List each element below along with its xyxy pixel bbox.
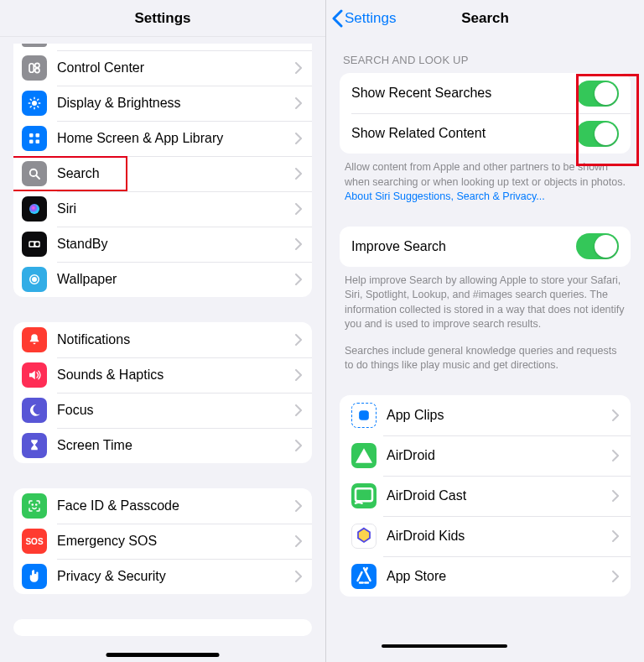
- svg-rect-17: [359, 410, 369, 420]
- airdroid-icon: [351, 443, 377, 468]
- link-siri-privacy[interactable]: About Siri Suggestions, Search & Privacy…: [345, 190, 545, 202]
- chevron-right-icon: [295, 203, 302, 215]
- row-label: Face ID & Passcode: [57, 498, 295, 513]
- settings-group-4-partial: [13, 619, 312, 636]
- app-label: AirDroid Cast: [387, 488, 612, 503]
- row-label: StandBy: [57, 237, 295, 252]
- appclips-icon: [351, 403, 377, 428]
- row-airdroid[interactable]: AirDroid: [340, 435, 631, 476]
- row-label: Display & Brightness: [57, 96, 295, 111]
- svg-point-1: [35, 63, 39, 67]
- chevron-right-icon: [612, 490, 619, 502]
- chevron-right-icon: [295, 133, 302, 144]
- chevron-right-icon: [295, 274, 302, 285]
- svg-point-9: [29, 204, 39, 214]
- toggle-label: Show Related Content: [351, 126, 576, 141]
- row-display-brightness[interactable]: Display & Brightness: [13, 86, 312, 121]
- svg-rect-18: [356, 488, 372, 501]
- search-title: Search: [461, 10, 509, 27]
- row-label: Wallpaper: [57, 272, 295, 287]
- chevron-right-icon: [295, 334, 302, 346]
- search-header: Settings Search: [326, 0, 644, 37]
- footer-search-lookup: Allow content from Apple and other partn…: [345, 160, 626, 205]
- row-control-center[interactable]: Control Center: [13, 50, 312, 86]
- back-label: Settings: [345, 10, 396, 27]
- chevron-right-icon: [295, 440, 302, 451]
- back-button[interactable]: Settings: [331, 0, 396, 37]
- row-focus[interactable]: Focus: [13, 393, 312, 428]
- row-sounds-haptics[interactable]: Sounds & Haptics: [13, 357, 312, 393]
- airdroidcast-icon: [351, 483, 377, 508]
- row-placeholder[interactable]: [13, 44, 312, 50]
- row-screen-time[interactable]: Screen Time: [13, 428, 312, 463]
- svg-point-15: [32, 504, 33, 505]
- chevron-right-icon: [295, 404, 302, 416]
- grid-icon: [22, 126, 47, 151]
- row-label: Search: [57, 166, 295, 181]
- svg-rect-5: [36, 133, 40, 138]
- toggle-show-related-content[interactable]: [576, 121, 619, 147]
- svg-point-3: [32, 101, 37, 106]
- chevron-right-icon: [295, 62, 302, 74]
- row-home-screen[interactable]: Home Screen & App Library: [13, 121, 312, 156]
- row-privacy-security[interactable]: Privacy & Security: [13, 559, 312, 594]
- chevron-right-icon: [295, 535, 302, 547]
- brightness-icon: [22, 91, 47, 116]
- app-label: App Clips: [387, 408, 612, 423]
- row-notifications[interactable]: Notifications: [13, 322, 312, 357]
- toggle-label: Improve Search: [351, 239, 576, 254]
- footer-text: Allow content from Apple and other partn…: [345, 161, 626, 188]
- row-faceid[interactable]: Face ID & Passcode: [13, 488, 312, 524]
- apps-group: App Clips AirDroid AirDroid Cast: [340, 395, 631, 597]
- row-search[interactable]: Search: [13, 156, 312, 191]
- chevron-right-icon: [295, 168, 302, 180]
- svg-point-12: [35, 242, 39, 247]
- row-wallpaper[interactable]: Wallpaper: [13, 262, 312, 297]
- airdroidkids-icon: [351, 524, 377, 549]
- svg-point-14: [33, 278, 37, 282]
- moon-icon: [22, 398, 47, 423]
- toggle-show-recent-searches[interactable]: [576, 81, 619, 107]
- siri-icon: [22, 196, 47, 222]
- chevron-right-icon: [295, 571, 302, 582]
- row-airdroid-cast[interactable]: AirDroid Cast: [340, 476, 631, 516]
- chevron-right-icon: [295, 369, 302, 381]
- standby-icon: [22, 232, 47, 257]
- row-label: Sounds & Haptics: [57, 367, 295, 383]
- toggle-improve-search[interactable]: [576, 233, 619, 259]
- hand-icon: [22, 564, 47, 589]
- settings-group-3: Face ID & Passcode SOS Emergency SOS Pri…: [13, 488, 312, 594]
- row-improve-search: Improve Search: [340, 227, 631, 267]
- settings-group-1: Control Center Display & Brightness Home…: [13, 44, 312, 297]
- chevron-right-icon: [295, 238, 302, 250]
- row-app-clips[interactable]: App Clips: [340, 395, 631, 435]
- row-app-store[interactable]: App Store: [340, 556, 631, 597]
- redaction-bar: [382, 644, 507, 648]
- chevron-right-icon: [295, 500, 302, 512]
- appstore-icon: [351, 564, 377, 589]
- toggle-label: Show Recent Searches: [351, 86, 576, 101]
- row-emergency-sos[interactable]: SOS Emergency SOS: [13, 524, 312, 559]
- search-lookup-group: Show Recent Searches Show Related Conten…: [340, 73, 631, 154]
- settings-left-pane: Settings Control Center Display & Bright…: [0, 0, 325, 662]
- sos-icon: SOS: [22, 529, 47, 554]
- row-label: Screen Time: [57, 438, 295, 453]
- settings-title: Settings: [134, 10, 190, 27]
- row-standby[interactable]: StandBy: [13, 227, 312, 262]
- improve-search-group: Improve Search: [340, 227, 631, 267]
- chevron-right-icon: [295, 97, 302, 109]
- face-icon: [22, 493, 47, 519]
- row-label: Privacy & Security: [57, 569, 295, 584]
- row-label: Focus: [57, 403, 295, 418]
- row-airdroid-kids[interactable]: AirDroid Kids: [340, 516, 631, 556]
- footer-searches-note: Searches include general knowledge queri…: [345, 344, 626, 373]
- row-siri[interactable]: Siri: [13, 191, 312, 227]
- chevron-right-icon: [612, 530, 619, 542]
- search-icon: [22, 161, 47, 186]
- controls-icon: [22, 55, 47, 81]
- bell-icon: [22, 327, 47, 352]
- settings-header: Settings: [0, 0, 325, 37]
- chevron-right-icon: [612, 409, 619, 421]
- wallpaper-icon: [22, 267, 47, 292]
- chevron-right-icon: [612, 571, 619, 582]
